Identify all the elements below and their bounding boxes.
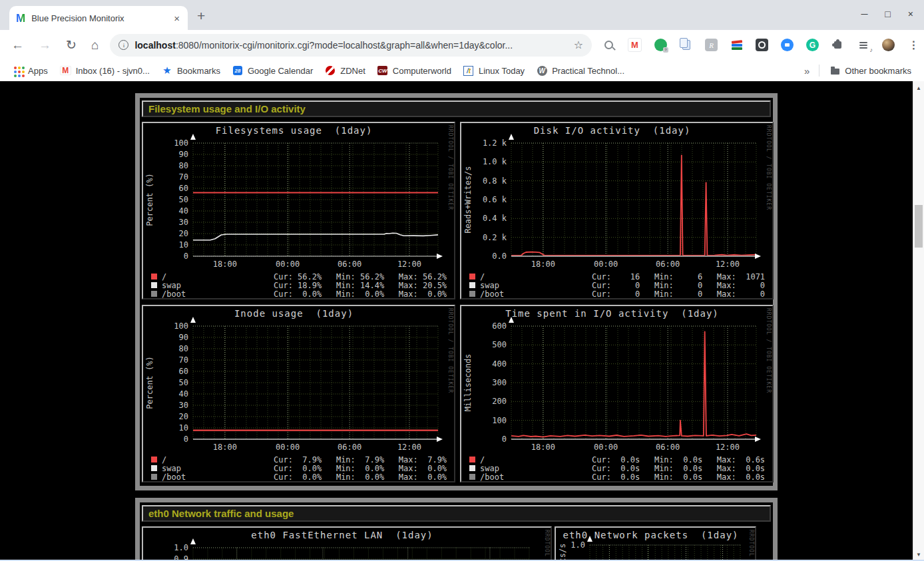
bookmark-star-icon[interactable]: ☆ (574, 39, 583, 51)
svg-text:100: 100 (492, 416, 507, 425)
legend-name: / (480, 455, 592, 465)
grammarly-ext-icon[interactable]: G (806, 39, 819, 51)
url-text[interactable]: localhost:8080/monitorix-cgi/monitorix.c… (134, 40, 568, 51)
bookmark-inbox[interactable]: M Inbox (16) - sjvn0... (54, 66, 156, 76)
svg-text:0.4 k: 0.4 k (483, 214, 507, 223)
y-axis-label: Percent (%) (145, 356, 154, 409)
bookmark-label: ZDNet (340, 66, 365, 76)
close-icon[interactable]: × (908, 9, 913, 19)
x-axis-arrow-icon (437, 437, 443, 442)
svg-text:60: 60 (179, 367, 188, 376)
maximize-icon[interactable]: □ (885, 9, 890, 19)
scroll-down-icon[interactable]: ▼ (913, 549, 924, 560)
bookmark-bookmarks[interactable]: ★ Bookmarks (156, 65, 226, 76)
tab-title: Blue Precision Monitorix (31, 13, 172, 23)
forward-icon[interactable]: → (39, 39, 51, 51)
bookmark-computerworld[interactable]: CW Computerworld (371, 65, 457, 76)
legend-row-/: /Cur: 56.2% Min: 56.2% Max: 56.2% (151, 272, 447, 281)
legend-row-/boot: /bootCur: 0.0% Min: 0.0% Max: 0.0% (151, 472, 447, 481)
svg-text:40: 40 (179, 389, 188, 399)
y-axis-label: Percent (%) (145, 173, 154, 226)
svg-text:06:00: 06:00 (656, 260, 680, 269)
legend-values: Cur: 16 Min: 6 Max: 1071 (592, 272, 765, 281)
svg-text:30: 30 (179, 401, 188, 410)
video-call-ext-icon[interactable] (781, 39, 794, 51)
address-bar[interactable]: i localhost:8080/monitorix-cgi/monitorix… (110, 34, 592, 57)
legend-row-/: /Cur: 7.9% Min: 7.9% Max: 7.9% (151, 455, 447, 464)
svg-text:90: 90 (179, 333, 188, 342)
eth0-panels: 1.00.9eth0 FastEthernet LAN (1day)RRDTOO… (142, 526, 771, 561)
legend-row-/boot: /bootCur: 0.0% Min: 0.0% Max: 0.0% (151, 289, 447, 298)
storage-ext-icon[interactable] (756, 39, 768, 51)
legend-values: Cur: 0 Min: 0 Max: 0 (592, 289, 765, 299)
extensions-puzzle-icon[interactable] (831, 39, 844, 51)
legend-values: Cur: 0.0% Min: 0.0% Max: 0.0% (274, 464, 447, 473)
apps-grid-icon (13, 65, 23, 76)
tab-queue-icon[interactable]: ♪ (857, 39, 869, 51)
bookmark-google-calendar[interactable]: 28 Google Calendar (226, 65, 319, 76)
back-icon[interactable]: ← (11, 39, 24, 51)
svg-text:1.0 k: 1.0 k (483, 157, 507, 166)
graph-panel-filesystems-usage[interactable]: 18:0000:0006:0012:0010090807060504030201… (142, 122, 455, 299)
search-ext-icon[interactable] (602, 39, 615, 51)
bookmark-practical-technology[interactable]: W Practical Technol... (531, 65, 630, 76)
new-tab-button[interactable]: + (197, 8, 205, 24)
scrollbar-thumb[interactable] (915, 205, 923, 248)
home-icon[interactable]: ⌂ (91, 39, 99, 51)
graph-panel-disk-io[interactable]: 18:0000:0006:0012:001.2 k1.0 k0.8 k0.6 k… (460, 122, 774, 299)
menu-kebab-icon[interactable]: ⋮ (907, 39, 920, 51)
site-info-icon[interactable]: i (118, 40, 128, 50)
wordpress-favicon: W (537, 65, 547, 76)
legend-values: Cur: 0.0% Min: 0.0% Max: 0.0% (274, 289, 447, 299)
graph-title: Filesystems usage (1day) (143, 125, 445, 136)
chat-ext-icon[interactable]: ? (654, 39, 667, 51)
graph-panel-eth0-lan[interactable]: 1.00.9eth0 FastEthernet LAN (1day)RRDTOO… (142, 526, 552, 561)
svg-text:70: 70 (179, 172, 188, 182)
svg-text:00:00: 00:00 (276, 260, 300, 269)
books-ext-icon[interactable] (730, 39, 743, 51)
graph-panel-eth0-packets[interactable]: 1.0eth0 Network packets (1day)RRDTOOL / … (555, 526, 756, 561)
bookmark-label: Google Calendar (248, 66, 313, 76)
graph-panel-time-spent-io[interactable]: 18:0000:0006:0012:006005004003002001000T… (460, 305, 774, 482)
svg-text:12:00: 12:00 (397, 443, 421, 452)
gmail-favicon: M (60, 66, 71, 75)
bookmark-zdnet[interactable]: ZDNet (319, 65, 371, 76)
bookmark-linux-today[interactable]: /t Linux Today (457, 65, 531, 76)
profile-avatar[interactable] (882, 39, 895, 51)
legend-values: Cur: 56.2% Min: 56.2% Max: 56.2% (274, 272, 447, 281)
tab-close-icon[interactable]: × (172, 13, 181, 24)
graph-title: Disk I/O activity (1day) (461, 125, 763, 136)
series-/ (511, 155, 756, 256)
svg-text:06:00: 06:00 (338, 443, 361, 452)
other-bookmarks[interactable]: Other bookmarks (823, 65, 917, 76)
legend-swatch (151, 282, 157, 288)
section-title: Filesystem usage and I/O activity (148, 103, 306, 114)
section-eth0: eth0 Network traffic and usage 1.00.9eth… (135, 498, 778, 561)
legend-swatch (151, 457, 157, 463)
apps-shortcut[interactable]: Apps (7, 65, 54, 76)
svg-text:00:00: 00:00 (276, 443, 300, 452)
window-controls: ─ □ × (861, 9, 913, 19)
legend-swatch (151, 465, 157, 471)
rrdtool-watermark: RRDTOOL / TOBI OETIKER (544, 530, 550, 561)
vertical-scrollbar[interactable]: ▲ ▼ (913, 81, 924, 561)
bookmarks-overflow-chevron[interactable]: » (799, 65, 815, 77)
browser-tab[interactable]: M Blue Precision Monitorix × (9, 6, 188, 30)
graph-title: Inode usage (1day) (143, 308, 445, 319)
gmail-ext-icon[interactable]: M (628, 38, 642, 52)
legend-row-swap: swapCur: 18.9% Min: 14.4% Max: 20.5% (151, 281, 447, 289)
computerworld-favicon: CW (377, 65, 388, 76)
graph-disk-io-activity: 18:0000:0006:0012:001.2 k1.0 k0.8 k0.6 k… (461, 123, 772, 298)
bookmark-label: Practical Technol... (552, 66, 624, 76)
minimize-icon[interactable]: ─ (861, 9, 867, 19)
other-bookmarks-label: Other bookmarks (845, 66, 911, 76)
reload-icon[interactable]: ↻ (66, 39, 77, 51)
copy-pages-ext-icon[interactable] (680, 39, 692, 51)
legend-row-swap: swapCur: 0 Min: 0 Max: 0 (469, 281, 765, 289)
scroll-up-icon[interactable]: ▲ (913, 83, 924, 93)
rrdtool-watermark: RRDTOOL / TOBI OETIKER (748, 530, 754, 561)
reader-ext-icon[interactable]: R (705, 39, 718, 51)
calendar-favicon: 28 (232, 65, 243, 76)
y-axis-label: Milliseconds (463, 354, 473, 412)
graph-panel-inode-usage[interactable]: 18:0000:0006:0012:0010090807060504030201… (142, 305, 455, 482)
